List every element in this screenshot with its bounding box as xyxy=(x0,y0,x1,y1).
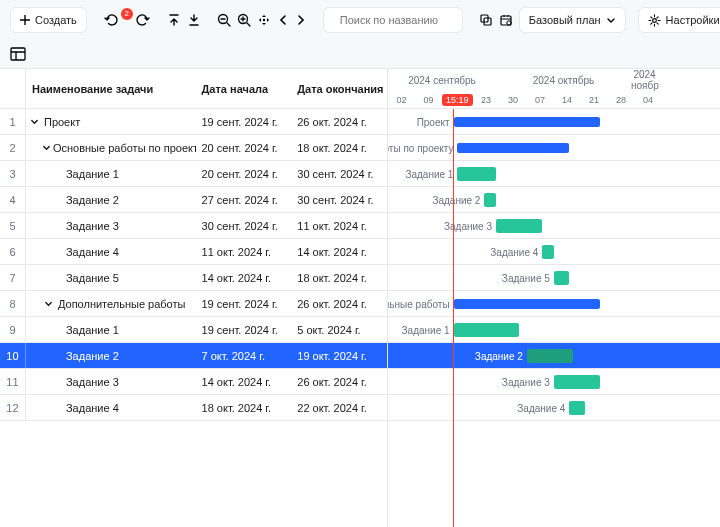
day-tick: 30 xyxy=(500,95,527,105)
col-name[interactable]: Наименование задачи xyxy=(26,69,196,108)
task-bar[interactable] xyxy=(569,401,584,415)
task-end[interactable]: 11 окт. 2024 г. xyxy=(291,213,387,238)
col-end[interactable]: Дата окончания xyxy=(291,69,387,108)
task-start[interactable]: 14 окт. 2024 г. xyxy=(196,265,292,290)
gantt-lane[interactable]: Задание 3 xyxy=(388,213,720,239)
calendar-button[interactable] xyxy=(499,13,513,27)
baseline-dropdown[interactable]: Базовый план xyxy=(519,7,626,33)
task-name-cell[interactable]: Задание 3 xyxy=(26,213,196,238)
task-end[interactable]: 26 окт. 2024 г. xyxy=(291,109,387,134)
task-bar[interactable] xyxy=(527,349,573,363)
gantt-lane[interactable]: Задание 4 xyxy=(388,239,720,265)
task-bar[interactable] xyxy=(484,193,496,207)
table-row[interactable]: 5Задание 330 сент. 2024 г.11 окт. 2024 г… xyxy=(0,213,387,239)
zoom-out-button[interactable] xyxy=(217,13,231,27)
main-split: Наименование задачи Дата начала Дата око… xyxy=(0,68,720,527)
task-start[interactable]: 19 сент. 2024 г. xyxy=(196,109,292,134)
next-button[interactable] xyxy=(295,14,307,26)
col-start[interactable]: Дата начала xyxy=(196,69,292,108)
task-end[interactable]: 30 сент. 2024 г. xyxy=(291,161,387,186)
table-row[interactable]: 12Задание 418 окт. 2024 г.22 окт. 2024 г… xyxy=(0,395,387,421)
table-row[interactable]: 8Дополнительные работы19 сент. 2024 г.26… xyxy=(0,291,387,317)
search-box[interactable] xyxy=(323,7,463,33)
prev-button[interactable] xyxy=(277,14,289,26)
task-end[interactable]: 14 окт. 2024 г. xyxy=(291,239,387,264)
gantt-lane[interactable]: ительные работы xyxy=(388,291,720,317)
table-row[interactable]: 2Основные работы по проекту20 сент. 2024… xyxy=(0,135,387,161)
settings-dropdown[interactable]: Настройки xyxy=(638,7,720,33)
summary-bar[interactable] xyxy=(454,299,601,309)
task-name-cell[interactable]: Задание 1 xyxy=(26,317,196,342)
table-row[interactable]: 10Задание 27 окт. 2024 г.19 окт. 2024 г. xyxy=(0,343,387,369)
table-row[interactable]: 11Задание 314 окт. 2024 г.26 окт. 2024 г… xyxy=(0,369,387,395)
gantt-body[interactable]: Проектзаботы по проектуЗадание 1Задание … xyxy=(388,109,720,527)
table-row[interactable]: 9Задание 119 сент. 2024 г.5 окт. 2024 г. xyxy=(0,317,387,343)
table-row[interactable]: 3Задание 120 сент. 2024 г.30 сент. 2024 … xyxy=(0,161,387,187)
indent-button[interactable] xyxy=(187,13,201,27)
task-start[interactable]: 27 сент. 2024 г. xyxy=(196,187,292,212)
task-start[interactable]: 30 сент. 2024 г. xyxy=(196,213,292,238)
task-name: Задание 5 xyxy=(66,272,119,284)
task-start[interactable]: 14 окт. 2024 г. xyxy=(196,369,292,394)
summary-bar[interactable] xyxy=(454,117,601,127)
gantt-lane[interactable]: Задание 2 xyxy=(388,343,720,369)
gantt-lane[interactable]: Проект xyxy=(388,109,720,135)
task-name-cell[interactable]: Проект xyxy=(26,109,196,134)
zoom-in-button[interactable] xyxy=(237,13,251,27)
table-row[interactable]: 7Задание 514 окт. 2024 г.18 окт. 2024 г. xyxy=(0,265,387,291)
task-name-cell[interactable]: Основные работы по проекту xyxy=(26,135,196,160)
task-bar[interactable] xyxy=(457,167,496,181)
task-bar[interactable] xyxy=(542,245,554,259)
task-name-cell[interactable]: Задание 4 xyxy=(26,239,196,264)
gantt-lane[interactable]: Задание 1 xyxy=(388,317,720,343)
create-button[interactable]: Создать xyxy=(10,7,87,33)
task-bar[interactable] xyxy=(454,323,520,337)
task-start[interactable]: 18 окт. 2024 г. xyxy=(196,395,292,420)
task-bar[interactable] xyxy=(554,271,569,285)
task-end[interactable]: 5 окт. 2024 г. xyxy=(291,317,387,342)
task-end[interactable]: 18 окт. 2024 г. xyxy=(291,135,387,160)
expand-toggle[interactable] xyxy=(42,299,56,308)
outdent-button[interactable] xyxy=(167,13,181,27)
task-name-cell[interactable]: Задание 5 xyxy=(26,265,196,290)
task-end[interactable]: 22 окт. 2024 г. xyxy=(291,395,387,420)
task-end[interactable]: 19 окт. 2024 г. xyxy=(291,343,387,368)
copy-button[interactable] xyxy=(479,13,493,27)
task-start[interactable]: 20 сент. 2024 г. xyxy=(196,135,292,160)
task-end[interactable]: 18 окт. 2024 г. xyxy=(291,265,387,290)
summary-bar[interactable] xyxy=(457,143,569,153)
task-name-cell[interactable]: Задание 4 xyxy=(26,395,196,420)
zoom-fit-button[interactable] xyxy=(257,13,271,27)
expand-toggle[interactable] xyxy=(42,143,51,152)
task-name-cell[interactable]: Задание 2 xyxy=(26,187,196,212)
gantt-lane[interactable]: Задание 4 xyxy=(388,395,720,421)
task-bar[interactable] xyxy=(496,219,542,233)
search-input[interactable] xyxy=(338,13,480,27)
task-name-cell[interactable]: Задание 1 xyxy=(26,161,196,186)
task-start[interactable]: 20 сент. 2024 г. xyxy=(196,161,292,186)
task-name-cell[interactable]: Дополнительные работы xyxy=(26,291,196,316)
task-start[interactable]: 19 сент. 2024 г. xyxy=(196,291,292,316)
table-row[interactable]: 1Проект19 сент. 2024 г.26 окт. 2024 г. xyxy=(0,109,387,135)
zoom-in-icon xyxy=(237,13,251,27)
table-row[interactable]: 4Задание 227 сент. 2024 г.30 сент. 2024 … xyxy=(0,187,387,213)
gantt-lane[interactable]: Задание 1 xyxy=(388,161,720,187)
task-end[interactable]: 26 окт. 2024 г. xyxy=(291,369,387,394)
table-row[interactable]: 6Задание 411 окт. 2024 г.14 окт. 2024 г. xyxy=(0,239,387,265)
gantt-lane[interactable]: Задание 3 xyxy=(388,369,720,395)
task-end[interactable]: 26 окт. 2024 г. xyxy=(291,291,387,316)
task-start[interactable]: 11 окт. 2024 г. xyxy=(196,239,292,264)
row-index: 8 xyxy=(0,291,26,316)
task-name-cell[interactable]: Задание 2 xyxy=(26,343,196,368)
task-end[interactable]: 30 сент. 2024 г. xyxy=(291,187,387,212)
gantt-lane[interactable]: заботы по проекту xyxy=(388,135,720,161)
task-name-cell[interactable]: Задание 3 xyxy=(26,369,196,394)
task-bar[interactable] xyxy=(554,375,600,389)
task-start[interactable]: 7 окт. 2024 г. xyxy=(196,343,292,368)
expand-toggle[interactable] xyxy=(28,117,42,126)
gantt-lane[interactable]: Задание 5 xyxy=(388,265,720,291)
gantt-lane[interactable]: Задание 2 xyxy=(388,187,720,213)
panel-toggle-button[interactable] xyxy=(10,47,36,61)
redo-button[interactable] xyxy=(135,12,151,28)
task-start[interactable]: 19 сент. 2024 г. xyxy=(196,317,292,342)
